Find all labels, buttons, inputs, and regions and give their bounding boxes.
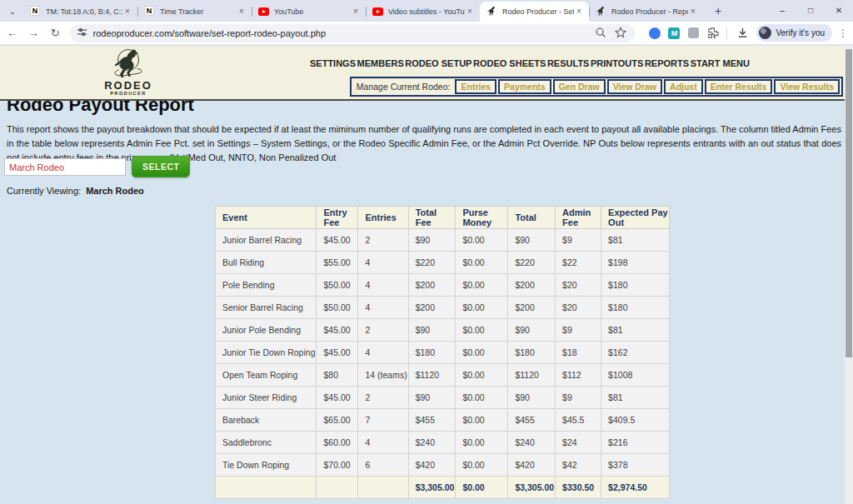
site-info-icon[interactable]: [77, 26, 87, 41]
table-cell: Saddlebronc: [216, 432, 317, 454]
table-cell: $1120: [508, 364, 556, 387]
table-cell: $65.00: [317, 409, 358, 432]
table-cell: Junior Pole Bending: [216, 319, 317, 342]
column-header: Event: [216, 207, 317, 229]
browser-tab[interactable]: YouTube×: [252, 2, 366, 22]
tab-close-icon[interactable]: ×: [122, 7, 132, 17]
table-cell: 4: [358, 432, 408, 454]
browser-tab[interactable]: NTM: Tot:18 A:0, B:4, C:13, D:0, E×: [23, 2, 137, 22]
table-row: Saddlebronc$60.004$240$0.00$240$24$216: [216, 432, 670, 454]
manage-button-adjust[interactable]: Adjust: [664, 79, 703, 94]
nav-item-rodeo-setup[interactable]: RODEO SETUP: [405, 58, 471, 68]
browser-tab[interactable]: NTime Tracker×: [137, 2, 252, 22]
tab-close-icon[interactable]: ×: [465, 7, 475, 17]
nav-item-printouts[interactable]: PRINTOUTS: [591, 58, 643, 68]
table-row: Tie Down Roping$70.006$420$0.00$420$42$3…: [216, 454, 670, 477]
table-row: Junior Tie Down Roping$45.004$180$0.00$1…: [216, 342, 670, 364]
youtube-favicon-icon: [372, 7, 383, 16]
back-button[interactable]: ←: [2, 23, 22, 43]
column-header: Purse Money: [456, 207, 508, 229]
table-cell: Junior Barrel Racing: [216, 229, 317, 252]
table-cell: $220: [508, 252, 556, 274]
maximize-button[interactable]: □: [796, 0, 825, 22]
manage-button-gen-draw[interactable]: Gen Draw: [553, 79, 606, 94]
nav-item-reports[interactable]: REPORTS: [645, 58, 689, 68]
minimize-button[interactable]: –: [768, 0, 796, 22]
tab-close-icon[interactable]: ×: [574, 7, 584, 17]
table-cell: $0.00: [456, 274, 508, 297]
table-cell: $80: [317, 364, 358, 387]
nav-item-results[interactable]: RESULTS: [547, 58, 590, 68]
table-cell: $180: [508, 342, 556, 364]
browser-tab[interactable]: Rodeo Producer - Set Rodeo Pa×: [480, 2, 589, 22]
table-cell: $20: [556, 297, 601, 319]
extension-blue-icon[interactable]: [647, 26, 662, 41]
table-cell: $0.00: [456, 229, 508, 252]
table-cell: $22: [556, 252, 601, 274]
profile-avatar: [759, 27, 771, 39]
tab-search-icon[interactable]: ⌄: [5, 4, 20, 19]
table-cell: Bull Riding: [216, 252, 317, 274]
scrollbar-thumb[interactable]: [846, 49, 852, 357]
table-cell: $0.00: [456, 409, 508, 432]
verify-profile-button[interactable]: Verify it's you: [756, 24, 832, 42]
tab-title: Rodeo Producer - Reports - Ro: [611, 7, 688, 16]
tab-close-icon[interactable]: ×: [237, 7, 247, 17]
reload-button[interactable]: ↻: [46, 23, 65, 43]
rodeo-select-input[interactable]: March Rodeo: [4, 158, 126, 176]
table-cell: $455: [508, 409, 556, 432]
tab-close-icon[interactable]: ×: [351, 7, 361, 17]
table-cell: $45.00: [317, 319, 358, 342]
select-button[interactable]: SELECT: [132, 156, 190, 177]
table-cell: 14 (teams): [358, 364, 408, 387]
table-cell: $180: [601, 274, 670, 297]
table-cell: $50.00: [317, 274, 358, 297]
url-text[interactable]: rodeoproducer.com/software/set-report-ro…: [93, 28, 589, 38]
table-cell: $0.00: [456, 432, 508, 454]
logo-title: RODEO: [98, 81, 158, 91]
table-cell: $180: [601, 297, 670, 319]
table-cell: $0.00: [456, 387, 508, 409]
browser-tab[interactable]: Video subtitles - YouTube Stud×: [366, 2, 480, 22]
payout-table: EventEntry FeeEntriesTotal FeePurse Mone…: [215, 206, 670, 499]
toolbar-divider: [726, 27, 727, 39]
payout-table-header: EventEntry FeeEntriesTotal FeePurse Mone…: [216, 207, 670, 229]
address-bar[interactable]: rodeoproducer.com/software/set-report-ro…: [70, 24, 636, 42]
table-cell: $9: [556, 229, 601, 252]
extensions-puzzle-icon[interactable]: [705, 26, 720, 41]
new-tab-button[interactable]: +: [710, 3, 726, 20]
table-cell: 2: [358, 319, 408, 342]
browser-tab[interactable]: Rodeo Producer - Reports - Ro×: [589, 2, 703, 22]
table-row: Junior Pole Bending$45.002$90$0.00$90$9$…: [216, 319, 670, 342]
table-cell: Open Team Roping: [216, 364, 317, 387]
nav-item-rodeo-sheets[interactable]: RODEO SHEETS: [473, 58, 546, 68]
close-button[interactable]: ✕: [825, 0, 853, 22]
page-scrollbar[interactable]: [845, 46, 853, 504]
table-cell: Bareback: [216, 409, 317, 432]
nav-item-start-menu[interactable]: START MENU: [691, 58, 750, 68]
browser-menu-icon[interactable]: ⋮: [838, 27, 848, 39]
nav-item-members[interactable]: MEMBERS: [357, 58, 404, 68]
manage-button-entries[interactable]: Entries: [455, 79, 496, 94]
table-cell: $90: [508, 229, 556, 252]
zoom-icon[interactable]: [595, 27, 608, 40]
download-icon[interactable]: [735, 26, 750, 41]
table-cell: $200: [508, 297, 556, 319]
table-cell: 4: [358, 274, 408, 297]
table-cell: $216: [601, 432, 670, 454]
logo-subtitle: PRODUCER: [98, 91, 158, 97]
manage-button-view-results[interactable]: View Results: [774, 79, 840, 94]
table-row: Open Team Roping$8014 (teams)$1120$0.00$…: [216, 364, 670, 387]
manage-button-payments[interactable]: Payments: [498, 79, 551, 94]
site-header: RODEO PRODUCER SETTINGSMEMBERSRODEO SETU…: [0, 46, 853, 101]
nav-item-settings[interactable]: SETTINGS: [310, 58, 356, 68]
manage-button-view-draw[interactable]: View Draw: [607, 79, 662, 94]
table-cell: $45.00: [317, 342, 358, 364]
bookmark-star-icon[interactable]: [615, 27, 628, 40]
manage-button-enter-results[interactable]: Enter Results: [705, 79, 773, 94]
table-cell: $220: [408, 252, 456, 274]
forward-button[interactable]: →: [24, 23, 43, 43]
extension-grey-icon[interactable]: [686, 26, 701, 41]
extension-m-icon[interactable]: M: [666, 26, 681, 41]
tab-close-icon[interactable]: ×: [688, 7, 698, 17]
